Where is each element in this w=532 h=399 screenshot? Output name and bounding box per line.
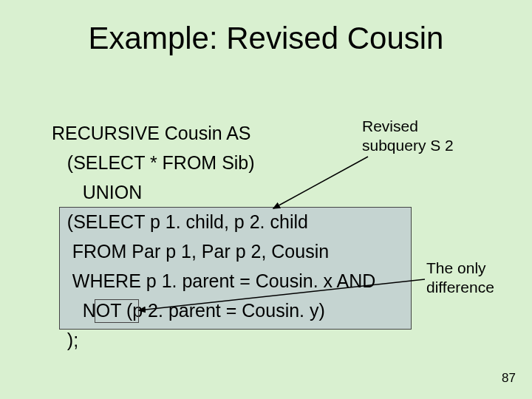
code-line-6: WHERE p 1. parent = Cousin. x AND [52,270,375,291]
code-line-5: FROM Par p 1, Par p 2, Cousin [52,241,329,262]
slide-title: Example: Revised Cousin [0,21,532,56]
code-line-8: ); [52,330,78,350]
code-line-2: (SELECT * FROM Sib) [52,152,255,173]
code-line-3: UNION [52,182,142,202]
slide: Example: Revised Cousin RECURSIVE Cousin… [0,0,532,399]
code-line-4: (SELECT p 1. child, p 2. child [52,211,308,232]
not-keyword-box [95,299,139,323]
code-line-1: RECURSIVE Cousin AS [52,123,251,143]
slide-number: 87 [502,371,516,386]
code-line-7: NOT (p 2. parent = Cousin. y) [52,300,325,321]
